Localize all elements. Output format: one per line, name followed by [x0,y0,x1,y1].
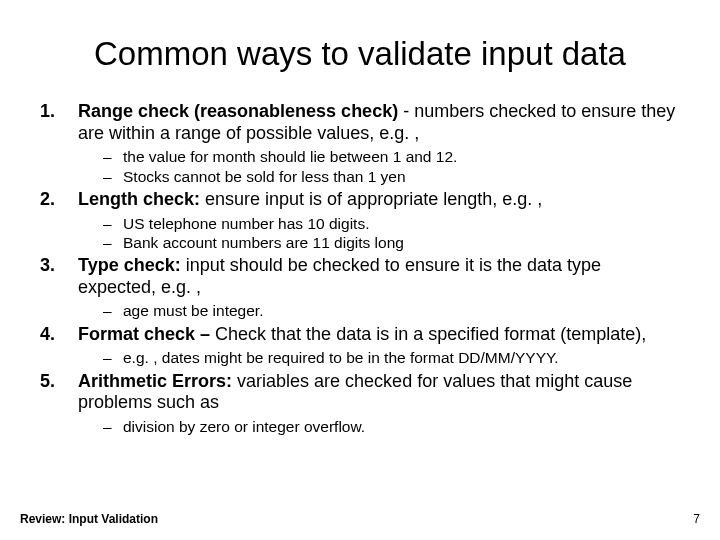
sub-item: division by zero or integer overflow. [103,417,680,436]
validation-list: Range check (reasonableness check) - num… [40,101,680,436]
list-item: Length check: ensure input is of appropr… [40,189,680,252]
item-bold: Range check (reasonableness check) [78,101,398,121]
sub-list: US telephone number has 10 digits. Bank … [78,214,680,253]
sub-list: division by zero or integer overflow. [78,417,680,436]
sub-item: US telephone number has 10 digits. [103,214,680,233]
sub-list: age must be integer. [78,301,680,320]
sub-item: e.g. , dates might be required to be in … [103,348,680,367]
item-rest: Check that the data is in a specified fo… [210,324,646,344]
item-bold: Length check: [78,189,200,209]
item-text: Type check: input should be checked to e… [78,255,680,298]
item-bold: Type check: [78,255,181,275]
item-text: Range check (reasonableness check) - num… [78,101,680,144]
item-bold: Arithmetic Errors: [78,371,232,391]
item-rest: ensure input is of appropriate length, e… [200,189,542,209]
sub-list: the value for month should lie between 1… [78,147,680,186]
slide-title: Common ways to validate input data [40,35,680,73]
sub-item: age must be integer. [103,301,680,320]
list-item: Format check – Check that the data is in… [40,324,680,368]
list-item: Range check (reasonableness check) - num… [40,101,680,186]
sub-item: Bank account numbers are 11 digits long [103,233,680,252]
item-text: Length check: ensure input is of appropr… [78,189,680,211]
item-text: Format check – Check that the data is in… [78,324,680,346]
list-item: Arithmetic Errors: variables are checked… [40,371,680,437]
footer-left: Review: Input Validation [20,512,158,526]
page-number: 7 [693,512,700,526]
sub-item: Stocks cannot be sold for less than 1 ye… [103,167,680,186]
list-item: Type check: input should be checked to e… [40,255,680,321]
sub-list: e.g. , dates might be required to be in … [78,348,680,367]
sub-item: the value for month should lie between 1… [103,147,680,166]
item-text: Arithmetic Errors: variables are checked… [78,371,680,414]
item-bold: Format check – [78,324,210,344]
slide-footer: Review: Input Validation 7 [20,512,700,526]
